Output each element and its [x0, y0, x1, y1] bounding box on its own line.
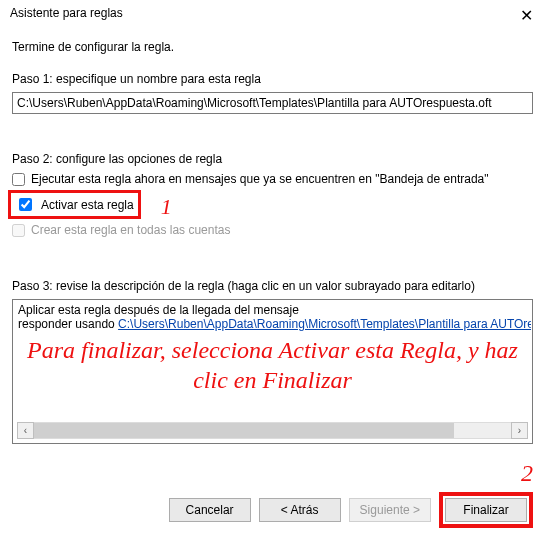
desc-line2-prefix: responder usando	[18, 317, 118, 331]
scroll-left-button[interactable]: ‹	[17, 422, 34, 439]
annotation-overlay-text: Para finalizar, selecciona Activar esta …	[22, 335, 523, 395]
all-accounts-label: Crear esta regla en todas las cuentas	[31, 223, 230, 237]
wizard-button-row: Cancelar < Atrás Siguiente > Finalizar	[169, 492, 533, 528]
step2-label: Paso 2: configure las opciones de regla	[12, 152, 537, 166]
desc-line-1: Aplicar esta regla después de la llegada…	[18, 303, 527, 317]
cancel-button[interactable]: Cancelar	[169, 498, 251, 522]
finish-button[interactable]: Finalizar	[445, 498, 527, 522]
all-accounts-row: Crear esta regla en todas las cuentas	[12, 223, 537, 237]
scroll-right-button[interactable]: ›	[511, 422, 528, 439]
template-path-link[interactable]: C:\Users\Ruben\AppData\Roaming\Microsoft…	[118, 317, 531, 331]
description-hscrollbar[interactable]: ‹ ›	[17, 422, 528, 439]
step3-label: Paso 3: revise la descripción de la regl…	[12, 279, 537, 293]
annotation-2: 2	[521, 460, 533, 487]
scroll-track[interactable]	[34, 422, 511, 439]
all-accounts-checkbox	[12, 224, 25, 237]
run-now-row[interactable]: Ejecutar esta regla ahora en mensajes qu…	[12, 172, 537, 186]
activate-rule-label: Activar esta regla	[41, 198, 134, 212]
rule-name-input[interactable]	[12, 92, 533, 114]
wizard-subtitle: Termine de configurar la regla.	[12, 40, 537, 54]
finish-button-highlight: Finalizar	[439, 492, 533, 528]
step1-label: Paso 1: especifique un nombre para esta …	[12, 72, 537, 86]
window-title: Asistente para reglas	[10, 6, 123, 20]
activate-rule-highlight: Activar esta regla	[8, 190, 141, 219]
back-button[interactable]: < Atrás	[259, 498, 341, 522]
annotation-1: 1	[161, 194, 172, 220]
chevron-left-icon: ‹	[24, 425, 27, 436]
close-icon[interactable]: ✕	[514, 6, 539, 26]
chevron-right-icon: ›	[518, 425, 521, 436]
scroll-thumb[interactable]	[34, 423, 454, 438]
run-now-label: Ejecutar esta regla ahora en mensajes qu…	[31, 172, 489, 186]
activate-rule-checkbox[interactable]	[19, 198, 32, 211]
run-now-checkbox[interactable]	[12, 173, 25, 186]
rule-description-box: Aplicar esta regla después de la llegada…	[12, 299, 533, 444]
desc-line-2: responder usando C:\Users\Ruben\AppData\…	[18, 317, 527, 331]
next-button: Siguiente >	[349, 498, 431, 522]
